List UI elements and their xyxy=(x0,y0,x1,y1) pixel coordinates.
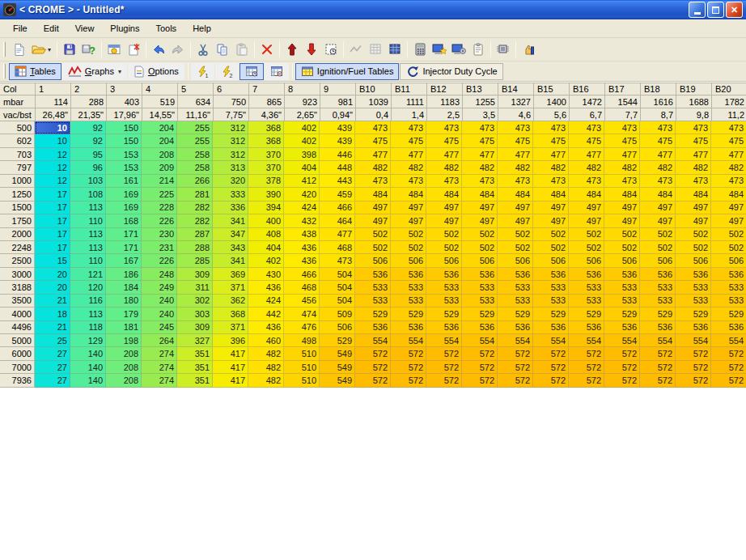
fuel-value-cell[interactable]: 113 xyxy=(70,308,106,320)
fuel-value-cell[interactable]: 572 xyxy=(604,347,640,360)
fuel-value-cell[interactable]: 274 xyxy=(142,361,177,374)
fuel-value-cell[interactable]: 484 xyxy=(640,188,676,201)
fuel-value-cell[interactable]: 572 xyxy=(462,361,498,374)
fuel-value-cell[interactable]: 536 xyxy=(533,321,569,334)
fuel-value-cell[interactable]: 533 xyxy=(569,281,604,294)
fuel-value-cell[interactable]: 504 xyxy=(320,268,355,281)
vacbst-value-cell[interactable]: 21,35" xyxy=(71,108,107,121)
fuel-value-cell[interactable]: 341 xyxy=(213,254,248,267)
move-up-button[interactable] xyxy=(282,40,302,59)
mbar-value-cell[interactable]: 1255 xyxy=(463,95,498,108)
fuel-value-cell[interactable]: 502 xyxy=(533,228,569,241)
fuel-value-cell[interactable]: 533 xyxy=(355,295,391,308)
fuel-value-cell[interactable]: 497 xyxy=(391,202,426,214)
fuel-value-cell[interactable]: 424 xyxy=(248,295,284,308)
rpm-row-header[interactable]: 4000 xyxy=(0,308,35,320)
fuel-value-cell[interactable]: 533 xyxy=(533,295,569,308)
fuel-value-cell[interactable]: 473 xyxy=(711,121,746,134)
fuel-value-cell[interactable]: 529 xyxy=(426,308,462,320)
fuel-value-cell[interactable]: 502 xyxy=(498,228,533,241)
mbar-value-cell[interactable]: 114 xyxy=(36,95,71,108)
fuel-value-cell[interactable]: 204 xyxy=(142,134,177,147)
fuel-value-cell[interactable]: 473 xyxy=(462,121,498,134)
fuel-value-cell[interactable]: 27 xyxy=(35,361,70,374)
fuel-value-cell[interactable]: 554 xyxy=(711,334,746,347)
fuel-value-cell[interactable]: 398 xyxy=(284,148,320,161)
fuel-value-cell[interactable]: 420 xyxy=(284,188,320,201)
fuel-value-cell[interactable]: 497 xyxy=(533,202,569,214)
fuel-value-cell[interactable]: 497 xyxy=(711,214,746,227)
fuel-value-cell[interactable]: 477 xyxy=(640,148,676,161)
fuel-value-cell[interactable]: 140 xyxy=(70,361,106,374)
fuel-value-cell[interactable]: 475 xyxy=(498,134,533,147)
fuel-value-cell[interactable]: 484 xyxy=(711,188,746,201)
fuel-value-cell[interactable]: 12 xyxy=(35,148,70,161)
fuel-value-cell[interactable]: 533 xyxy=(533,281,569,294)
calculator-button[interactable] xyxy=(410,40,430,59)
fuel-value-cell[interactable]: 536 xyxy=(569,321,604,334)
fuel-value-cell[interactable]: 502 xyxy=(426,241,462,254)
fuel-value-cell[interactable]: 572 xyxy=(640,374,676,387)
fuel-value-cell[interactable]: 533 xyxy=(391,281,426,294)
vacbst-value-cell[interactable]: 0,94" xyxy=(320,108,356,121)
fuel-value-cell[interactable]: 502 xyxy=(604,228,640,241)
fuel-value-cell[interactable]: 497 xyxy=(426,202,462,214)
fuel-value-cell[interactable]: 129 xyxy=(70,334,106,347)
datalog-monitor-button[interactable] xyxy=(430,40,449,59)
fuel-value-cell[interactable]: 436 xyxy=(284,241,320,254)
rpm-row-header[interactable]: 797 xyxy=(0,161,35,174)
fuel-value-cell[interactable]: 477 xyxy=(498,148,533,161)
rpm-row-header[interactable]: 2500 xyxy=(0,254,35,267)
fuel-value-cell[interactable]: 506 xyxy=(676,254,711,267)
fuel-value-cell[interactable]: 536 xyxy=(498,321,533,334)
fuel-value-cell[interactable]: 554 xyxy=(462,334,498,347)
fuel-value-cell[interactable]: 484 xyxy=(355,188,391,201)
fuel-value-cell[interactable]: 378 xyxy=(248,175,284,188)
fuel-value-cell[interactable]: 502 xyxy=(569,241,604,254)
fuel-value-cell[interactable]: 285 xyxy=(177,254,213,267)
mbar-value-cell[interactable]: 403 xyxy=(107,95,142,108)
fuel-value-cell[interactable]: 482 xyxy=(248,347,284,360)
rpm-row-header[interactable]: 1000 xyxy=(0,175,35,188)
open-file-button[interactable]: ▾ xyxy=(28,40,54,59)
fuel-value-cell[interactable]: 312 xyxy=(213,121,248,134)
fuel-value-cell[interactable]: 572 xyxy=(355,361,391,374)
fuel-value-cell[interactable]: 475 xyxy=(676,134,711,147)
vacbst-value-cell[interactable]: 9,8 xyxy=(676,108,712,121)
fuel-value-cell[interactable]: 333 xyxy=(213,188,248,201)
rpm-row-header[interactable]: 3500 xyxy=(0,295,35,308)
fuel-value-cell[interactable]: 343 xyxy=(213,241,248,254)
fuel-value-cell[interactable]: 484 xyxy=(426,188,462,201)
fuel-value-cell[interactable]: 288 xyxy=(177,241,213,254)
fuel-value-cell[interactable]: 473 xyxy=(320,254,355,267)
fuel-value-cell[interactable]: 96 xyxy=(70,161,106,174)
fuel-value-cell[interactable]: 181 xyxy=(106,321,142,334)
fuel-value-cell[interactable]: 113 xyxy=(70,202,106,214)
fuel-value-cell[interactable]: 572 xyxy=(355,374,391,387)
rpm-row-header[interactable]: 1750 xyxy=(0,214,35,227)
fuel-value-cell[interactable]: 536 xyxy=(533,268,569,281)
fuel-value-cell[interactable]: 436 xyxy=(284,254,320,267)
rpm-row-header[interactable]: 1250 xyxy=(0,188,35,201)
column-header-cell[interactable]: B17 xyxy=(605,83,641,95)
undo-button[interactable] xyxy=(149,40,168,59)
fuel-value-cell[interactable]: 529 xyxy=(569,308,604,320)
save-button[interactable] xyxy=(60,40,79,59)
fuel-value-cell[interactable]: 12 xyxy=(35,175,70,188)
fuel-value-cell[interactable]: 17 xyxy=(35,202,70,214)
vacbst-value-cell[interactable]: 7,7 xyxy=(605,108,641,121)
fuel-value-cell[interactable]: 140 xyxy=(70,347,106,360)
fuel-value-cell[interactable]: 510 xyxy=(284,361,320,374)
fuel-value-cell[interactable]: 226 xyxy=(142,214,177,227)
new-file-button[interactable] xyxy=(9,40,28,59)
rpm-row-header[interactable]: 6000 xyxy=(0,347,35,360)
fuel-value-cell[interactable]: 497 xyxy=(604,214,640,227)
fuel-value-cell[interactable]: 390 xyxy=(248,188,284,201)
fuel-value-cell[interactable]: 468 xyxy=(284,281,320,294)
fuel-value-cell[interactable]: 21 xyxy=(35,321,70,334)
fuel-value-cell[interactable]: 473 xyxy=(426,121,462,134)
fuel-value-cell[interactable]: 572 xyxy=(498,361,533,374)
fuel-value-cell[interactable]: 484 xyxy=(391,188,426,201)
select-region-button[interactable] xyxy=(321,40,341,59)
fuel-value-cell[interactable]: 509 xyxy=(320,308,355,320)
